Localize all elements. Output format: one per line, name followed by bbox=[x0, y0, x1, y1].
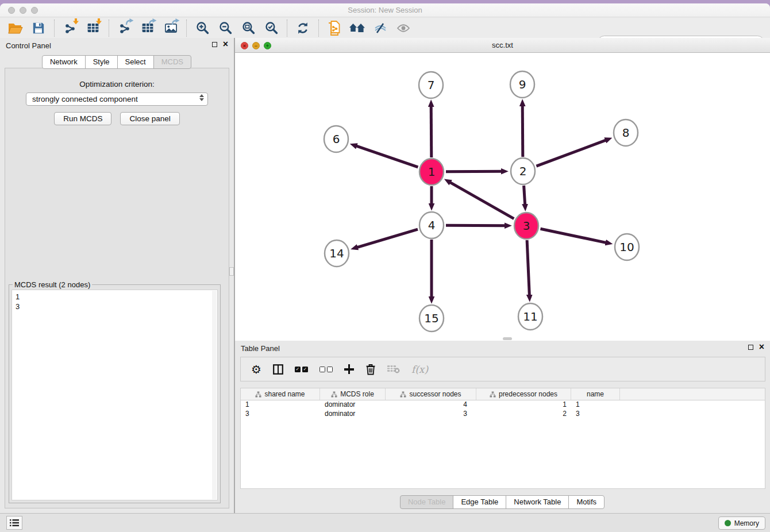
deselect-all-columns-icon[interactable] bbox=[319, 367, 333, 372]
cell-shared-name[interactable]: 1 bbox=[241, 400, 320, 410]
optimization-criterion-select[interactable]: strongly connected component bbox=[26, 92, 208, 106]
delete-column-icon[interactable] bbox=[365, 364, 376, 375]
column-type-icon bbox=[331, 391, 337, 398]
tab-network-table[interactable]: Network Table bbox=[506, 495, 569, 509]
column-header-mcds-role[interactable]: MCDS role bbox=[320, 388, 386, 400]
table-settings-icon[interactable]: ⚙ bbox=[251, 364, 261, 375]
network-window-titlebar: × − + scc.txt bbox=[235, 38, 770, 53]
export-network-icon[interactable] bbox=[116, 20, 133, 36]
cell-mcds-role[interactable]: dominator bbox=[320, 410, 386, 419]
table-panel: Table Panel × ⚙ ✓✓ f(x) bbox=[234, 341, 770, 513]
table-row[interactable]: 3 dominator 3 2 3 bbox=[241, 410, 765, 419]
network-scrollbar-thumb[interactable] bbox=[503, 337, 512, 340]
close-panel-button[interactable]: Close panel bbox=[120, 112, 179, 125]
memory-status-icon bbox=[725, 520, 731, 526]
zoom-fit-icon[interactable] bbox=[240, 20, 257, 36]
task-history-button[interactable] bbox=[6, 516, 22, 530]
select-all-columns-icon[interactable]: ✓✓ bbox=[295, 367, 308, 372]
graph-edge-3-1[interactable] bbox=[449, 182, 514, 219]
graph-node-label: 14 bbox=[329, 246, 344, 260]
cell-name[interactable]: 3 bbox=[571, 410, 620, 419]
mcds-result-value: 1 bbox=[16, 292, 217, 302]
graph-edge-2-9[interactable] bbox=[522, 105, 523, 157]
export-table-icon[interactable] bbox=[139, 20, 156, 36]
network-window-title: scc.txt bbox=[235, 41, 770, 49]
graph-edge-1-2[interactable] bbox=[446, 171, 502, 172]
import-table-icon[interactable] bbox=[84, 20, 102, 36]
table-header-row: shared name MCDS role successor nodes pr… bbox=[241, 388, 765, 400]
application-window: Session: New Session bbox=[0, 3, 770, 532]
table-row[interactable]: 1 dominator 4 1 1 bbox=[241, 400, 765, 410]
float-panel-icon[interactable] bbox=[212, 42, 217, 47]
graph-edge-2-8[interactable] bbox=[536, 140, 606, 167]
control-panel-title: Control Panel bbox=[6, 41, 51, 50]
dropdown-stepper-icon bbox=[199, 94, 204, 101]
cell-predecessor-nodes[interactable]: 1 bbox=[476, 400, 571, 410]
show-all-icon[interactable] bbox=[395, 20, 412, 36]
import-network-icon[interactable] bbox=[61, 20, 79, 36]
cell-name[interactable]: 1 bbox=[571, 400, 620, 410]
memory-button[interactable]: Memory bbox=[718, 516, 765, 530]
graph-node-6[interactable]: 6 bbox=[324, 126, 348, 152]
tab-motifs[interactable]: Motifs bbox=[568, 495, 605, 509]
close-table-panel-icon[interactable]: × bbox=[759, 344, 764, 350]
graph-edge-3-11[interactable] bbox=[527, 240, 529, 296]
main-toolbar bbox=[0, 18, 770, 38]
tab-edge-table[interactable]: Edge Table bbox=[453, 495, 506, 509]
close-panel-icon[interactable]: × bbox=[223, 41, 228, 48]
hide-selected-icon[interactable] bbox=[372, 20, 389, 36]
graph-edge-3-10[interactable] bbox=[541, 229, 607, 242]
graph-node-11[interactable]: 11 bbox=[518, 303, 542, 330]
graph-node-label: 1 bbox=[428, 165, 436, 179]
cell-predecessor-nodes[interactable]: 2 bbox=[476, 410, 571, 419]
save-session-icon[interactable] bbox=[30, 20, 47, 36]
table-toolbar: ⚙ ✓✓ f(x) bbox=[240, 357, 765, 381]
graph-edge-1-7[interactable] bbox=[431, 106, 432, 157]
zoom-in-icon[interactable] bbox=[194, 20, 211, 36]
graph-node-8[interactable]: 8 bbox=[614, 119, 638, 146]
cell-shared-name[interactable]: 3 bbox=[241, 410, 320, 419]
graph-edge-2-3[interactable] bbox=[524, 186, 525, 205]
open-session-icon[interactable] bbox=[7, 20, 24, 36]
copy-network-icon[interactable] bbox=[326, 20, 343, 36]
run-mcds-button[interactable]: Run MCDS bbox=[54, 112, 111, 125]
tab-node-table[interactable]: Node Table bbox=[400, 495, 454, 509]
tab-network[interactable]: Network bbox=[42, 55, 86, 69]
export-image-icon[interactable] bbox=[162, 20, 179, 36]
tab-select[interactable]: Select bbox=[117, 55, 154, 69]
graph-node-1[interactable]: 1 bbox=[419, 159, 444, 185]
graph-node-10[interactable]: 10 bbox=[615, 234, 639, 260]
graph-edge-1-6[interactable] bbox=[356, 146, 418, 167]
graph-node-label: 15 bbox=[424, 311, 438, 325]
graph-node-9[interactable]: 9 bbox=[510, 71, 534, 98]
graph-edge-4-14[interactable] bbox=[357, 229, 418, 248]
show-columns-icon[interactable] bbox=[273, 364, 283, 375]
graph-node-4[interactable]: 4 bbox=[419, 212, 444, 238]
refresh-view-icon[interactable] bbox=[294, 20, 311, 36]
column-header-shared-name[interactable]: shared name bbox=[241, 388, 320, 400]
column-header-name[interactable]: name bbox=[571, 388, 620, 400]
cell-successor-nodes[interactable]: 4 bbox=[386, 400, 476, 410]
graph-node-7[interactable]: 7 bbox=[419, 72, 443, 98]
graph-node-2[interactable]: 2 bbox=[511, 158, 535, 184]
result-scrollbar[interactable] bbox=[212, 291, 217, 499]
zoom-selected-icon[interactable] bbox=[263, 20, 280, 36]
panel-splitter-handle[interactable] bbox=[229, 267, 234, 276]
tab-mcds[interactable]: MCDS bbox=[153, 55, 191, 69]
create-column-icon[interactable] bbox=[344, 364, 354, 374]
column-header-successor-nodes[interactable]: successor nodes bbox=[386, 388, 476, 400]
first-neighbors-icon[interactable] bbox=[349, 20, 366, 36]
column-header-predecessor-nodes[interactable]: predecessor nodes bbox=[476, 388, 571, 400]
graph-node-14[interactable]: 14 bbox=[325, 240, 349, 267]
cell-successor-nodes[interactable]: 3 bbox=[386, 410, 476, 419]
graph-edge-4-3[interactable] bbox=[446, 225, 506, 226]
graph-node-15[interactable]: 15 bbox=[419, 305, 444, 331]
window-titlebar: Session: New Session bbox=[0, 3, 770, 17]
network-canvas[interactable]: 7968124314101511 bbox=[235, 53, 770, 341]
zoom-out-icon[interactable] bbox=[217, 20, 234, 36]
mcds-result-list[interactable]: 1 3 bbox=[11, 290, 218, 500]
cell-mcds-role[interactable]: dominator bbox=[320, 400, 386, 410]
float-table-panel-icon[interactable] bbox=[748, 345, 753, 350]
tab-style[interactable]: Style bbox=[85, 55, 118, 69]
graph-node-3[interactable]: 3 bbox=[514, 213, 538, 239]
